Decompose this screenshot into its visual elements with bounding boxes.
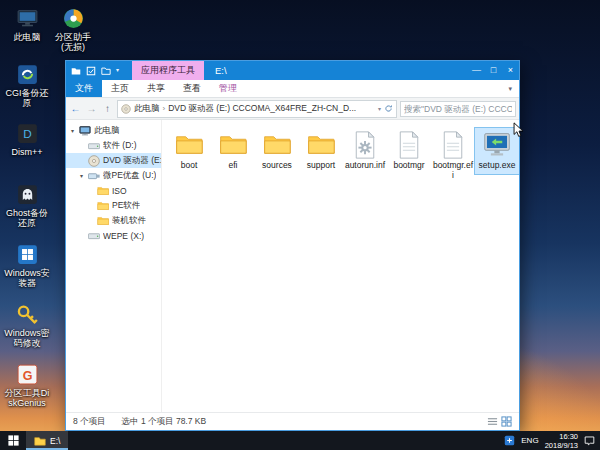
exe-icon [482,130,512,160]
folder-icon [97,215,109,227]
nav-item[interactable]: PE软件 [66,198,161,213]
desktop: 此电脑分区助手(无损)CGI备份还原DDism++Ghost备份还原Window… [0,0,600,450]
file-item[interactable]: boot [167,128,211,174]
titlebar[interactable]: ▾ 应用程序工具 E:\ — □ × [66,61,519,80]
desktop-icon-windows-installer[interactable]: Windows安装器 [4,242,50,289]
language-indicator[interactable]: ENG [521,436,538,445]
folder-icon [97,185,109,197]
icons-view-button[interactable] [501,416,512,427]
dvd-icon [88,155,100,167]
status-selection: 选中 1 个项目 78.7 KB [122,416,207,428]
file-icon [394,130,424,160]
desktop-icon-windows-password[interactable]: Windows密码修改 [4,302,50,349]
chevron-expanded-icon[interactable]: ▾ [69,127,76,134]
file-name: bootmgr.efi [432,161,474,181]
address-row: ← → ↑ 此电脑 › DVD 驱动器 (E:) CCCOMA_X64FRE_Z… [66,98,519,120]
address-bar[interactable]: 此电脑 › DVD 驱动器 (E:) CCCOMA_X64FRE_ZH-CN_D… [117,100,397,118]
tab-view[interactable]: 查看 [174,80,210,97]
task-label: E:\ [50,436,60,446]
quick-access-newfolder-icon[interactable] [101,66,111,76]
desktop-icon-dism[interactable]: DDism++ [4,121,50,157]
folder-icon [262,130,292,160]
nav-item[interactable]: WEPE (X:) [66,228,161,243]
file-name: autorun.inf [345,161,385,171]
nav-item-label: 此电脑 [94,125,120,137]
file-item[interactable]: setup.exe [475,128,519,174]
search-input[interactable] [400,101,516,117]
windows-password-icon [15,302,40,327]
dvd-drive-icon [121,104,131,114]
taskbar: E:\ ENG 16:30 2018/9/13 [0,431,600,450]
tab-share[interactable]: 共享 [138,80,174,97]
tab-home[interactable]: 主页 [102,80,138,97]
file-item[interactable]: support [299,128,343,174]
clock[interactable]: 16:30 2018/9/13 [545,432,578,450]
file-icon [438,130,468,160]
minimize-button[interactable]: — [468,61,485,80]
file-item[interactable]: bootmgr [387,128,431,174]
usb-icon [88,170,100,182]
chevron-expanded-icon[interactable]: ▾ [78,172,85,179]
tab-file[interactable]: 文件 [66,80,102,97]
nav-item[interactable]: ▾此电脑 [66,123,161,138]
ribbon-expand-chevron-icon[interactable]: ▾ [501,80,519,97]
desktop-icon-ghost-backup[interactable]: Ghost备份还原 [4,182,50,229]
file-name: boot [181,161,198,171]
windows-installer-icon [15,242,40,267]
nav-item-label: 微PE优盘 (U:) [103,170,156,182]
forward-button[interactable]: → [85,103,98,114]
nav-item-label: 软件 (D:) [103,140,137,152]
nav-item-label: DVD 驱动器 (E:) CC [103,155,161,167]
drive-icon [88,230,100,242]
status-item-count: 8 个项目 [73,416,106,428]
status-bar: 8 个项目 选中 1 个项目 78.7 KB [66,412,519,430]
up-button[interactable]: ↑ [101,103,114,114]
back-button[interactable]: ← [69,103,82,114]
nav-item[interactable]: ▾微PE优盘 (U:) [66,168,161,183]
address-dropdown-icon[interactable]: ▾ [378,105,381,112]
desktop-icon-label: Dism++ [11,147,42,157]
refresh-icon[interactable] [384,104,393,113]
cgi-backup-icon [15,62,40,87]
nav-item[interactable]: 装机软件 [66,213,161,228]
tray-app-icon[interactable] [504,435,515,446]
desktop-icon-this-pc[interactable]: 此电脑 [4,6,50,42]
quick-access-properties-icon[interactable] [86,66,96,76]
dism-icon: D [15,121,40,146]
nav-item[interactable]: 软件 (D:) [66,138,161,153]
file-name: bootmgr [393,161,424,171]
nav-item[interactable]: DVD 驱动器 (E:) CC [66,153,161,168]
partition-assistant-icon [61,6,86,31]
computer-icon [79,125,91,137]
desktop-icon-label: CGI备份还原 [4,88,50,109]
file-name: efi [229,161,238,171]
maximize-button[interactable]: □ [485,61,502,80]
ribbon-tabs: 文件主页共享查看管理 ▾ [66,80,519,98]
explorer-app-icon [71,66,81,76]
navigation-pane: ▾此电脑软件 (D:)DVD 驱动器 (E:) CC▾微PE优盘 (U:)ISO… [66,120,162,412]
nav-item[interactable]: ISO [66,183,161,198]
taskbar-task-explorer[interactable]: E:\ [26,431,68,450]
file-item[interactable]: sources [255,128,299,174]
tab-manage[interactable]: 管理 [210,80,246,97]
breadcrumb-computer[interactable]: 此电脑 [134,103,160,115]
desktop-icon-partition-assistant[interactable]: 分区助手(无损) [50,6,96,53]
file-item[interactable]: bootmgr.efi [431,128,475,184]
diskgenius-icon: G [15,362,40,387]
svg-text:D: D [23,127,31,140]
file-item[interactable]: autorun.inf [343,128,387,174]
explorer-window: ▾ 应用程序工具 E:\ — □ × 文件主页共享查看管理 ▾ ← → ↑ 此电… [65,60,520,431]
start-button[interactable] [0,431,26,450]
details-view-button[interactable] [487,416,498,427]
file-item[interactable]: efi [211,128,255,174]
context-tab-app-tools[interactable]: 应用程序工具 [132,61,204,80]
close-button[interactable]: × [502,61,519,80]
date: 2018/9/13 [545,441,578,450]
quick-access-chevron-icon[interactable]: ▾ [116,61,119,80]
breadcrumb-separator: › [163,104,166,113]
desktop-icon-cgi-backup[interactable]: CGI备份还原 [4,62,50,109]
desktop-icon-label: 分区工具DiskGenius [4,388,50,409]
action-center-icon[interactable] [584,435,595,446]
desktop-icon-diskgenius[interactable]: G分区工具DiskGenius [4,362,50,409]
breadcrumb-current[interactable]: DVD 驱动器 (E:) CCCOMA_X64FRE_ZH-CN_D... [168,103,356,115]
